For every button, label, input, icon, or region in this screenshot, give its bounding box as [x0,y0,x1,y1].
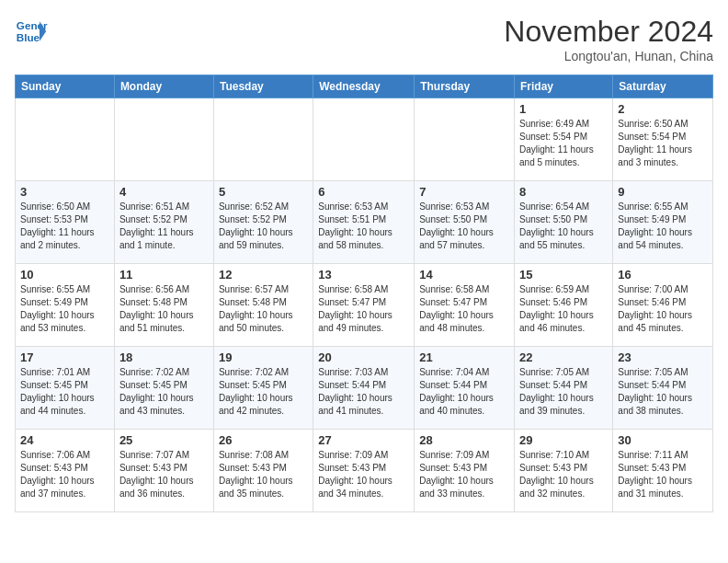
day-info: Sunrise: 7:05 AMSunset: 5:44 PMDaylight:… [519,366,608,418]
day-info: Sunrise: 6:54 AMSunset: 5:50 PMDaylight:… [519,201,608,252]
day-number: 17 [20,350,109,364]
week-row-2: 3 Sunrise: 6:50 AMSunset: 5:53 PMDayligh… [16,181,713,264]
day-info: Sunrise: 7:08 AMSunset: 5:43 PMDaylight:… [219,449,308,500]
day-number: 20 [318,350,409,364]
calendar-cell: 24 Sunrise: 7:06 AMSunset: 5:43 PMDaylig… [16,430,115,512]
day-number: 5 [219,185,308,199]
day-number: 30 [618,433,708,447]
day-number: 2 [618,102,708,116]
day-info: Sunrise: 7:04 AMSunset: 5:44 PMDaylight:… [419,366,509,418]
calendar-cell [114,98,213,181]
day-number: 1 [519,102,608,116]
calendar-cell: 15 Sunrise: 6:59 AMSunset: 5:46 PMDaylig… [515,264,613,347]
day-info: Sunrise: 6:55 AMSunset: 5:49 PMDaylight:… [618,201,708,252]
day-number: 15 [519,268,608,282]
calendar-cell: 16 Sunrise: 7:00 AMSunset: 5:46 PMDaylig… [613,264,713,347]
calendar-cell: 1 Sunrise: 6:49 AMSunset: 5:54 PMDayligh… [515,98,613,181]
day-info: Sunrise: 6:53 AMSunset: 5:50 PMDaylight:… [419,201,509,252]
calendar-cell: 13 Sunrise: 6:58 AMSunset: 5:47 PMDaylig… [313,264,415,347]
calendar-cell [16,98,115,181]
calendar-cell: 6 Sunrise: 6:53 AMSunset: 5:51 PMDayligh… [313,181,415,264]
day-info: Sunrise: 7:09 AMSunset: 5:43 PMDaylight:… [419,449,509,500]
day-number: 23 [618,350,708,364]
day-number: 29 [519,433,608,447]
day-number: 6 [318,185,409,199]
month-title: November 2024 [504,15,713,49]
calendar-cell: 17 Sunrise: 7:01 AMSunset: 5:45 PMDaylig… [16,347,115,430]
day-number: 9 [618,185,708,199]
weekday-header-thursday: Thursday [415,75,515,98]
logo: General Blue [15,15,48,48]
calendar-cell: 20 Sunrise: 7:03 AMSunset: 5:44 PMDaylig… [313,347,415,430]
calendar-cell: 27 Sunrise: 7:09 AMSunset: 5:43 PMDaylig… [313,430,415,512]
svg-text:Blue: Blue [17,31,40,43]
day-info: Sunrise: 6:52 AMSunset: 5:52 PMDaylight:… [219,201,308,252]
logo-icon: General Blue [15,15,48,48]
calendar-cell: 19 Sunrise: 7:02 AMSunset: 5:45 PMDaylig… [213,347,313,430]
day-info: Sunrise: 6:55 AMSunset: 5:49 PMDaylight:… [20,283,109,335]
day-info: Sunrise: 7:06 AMSunset: 5:43 PMDaylight:… [20,449,109,500]
day-number: 11 [119,268,209,282]
calendar-cell: 22 Sunrise: 7:05 AMSunset: 5:44 PMDaylig… [515,347,613,430]
day-info: Sunrise: 7:07 AMSunset: 5:43 PMDaylight:… [119,449,209,500]
weekday-header-saturday: Saturday [613,75,713,98]
weekday-header-tuesday: Tuesday [213,75,313,98]
calendar-table: SundayMondayTuesdayWednesdayThursdayFrid… [15,75,713,512]
week-row-4: 17 Sunrise: 7:01 AMSunset: 5:45 PMDaylig… [16,347,713,430]
day-number: 8 [519,185,608,199]
day-info: Sunrise: 6:58 AMSunset: 5:47 PMDaylight:… [419,283,509,335]
day-number: 21 [419,350,509,364]
day-info: Sunrise: 6:53 AMSunset: 5:51 PMDaylight:… [318,201,409,252]
day-info: Sunrise: 7:11 AMSunset: 5:43 PMDaylight:… [618,449,708,500]
calendar-cell: 5 Sunrise: 6:52 AMSunset: 5:52 PMDayligh… [213,181,313,264]
calendar-cell: 26 Sunrise: 7:08 AMSunset: 5:43 PMDaylig… [213,430,313,512]
day-info: Sunrise: 6:51 AMSunset: 5:52 PMDaylight:… [119,201,209,252]
day-number: 26 [219,433,308,447]
day-info: Sunrise: 7:05 AMSunset: 5:44 PMDaylight:… [618,366,708,418]
day-number: 14 [419,268,509,282]
calendar-cell [313,98,415,181]
calendar-cell: 21 Sunrise: 7:04 AMSunset: 5:44 PMDaylig… [415,347,515,430]
calendar-cell: 4 Sunrise: 6:51 AMSunset: 5:52 PMDayligh… [114,181,213,264]
day-info: Sunrise: 6:56 AMSunset: 5:48 PMDaylight:… [119,283,209,335]
calendar-cell: 3 Sunrise: 6:50 AMSunset: 5:53 PMDayligh… [16,181,115,264]
calendar-cell: 14 Sunrise: 6:58 AMSunset: 5:47 PMDaylig… [415,264,515,347]
day-info: Sunrise: 7:10 AMSunset: 5:43 PMDaylight:… [519,449,608,500]
day-info: Sunrise: 7:00 AMSunset: 5:46 PMDaylight:… [618,283,708,335]
weekday-header-friday: Friday [515,75,613,98]
day-info: Sunrise: 7:01 AMSunset: 5:45 PMDaylight:… [20,366,109,418]
calendar-cell: 29 Sunrise: 7:10 AMSunset: 5:43 PMDaylig… [515,430,613,512]
calendar-cell: 25 Sunrise: 7:07 AMSunset: 5:43 PMDaylig… [114,430,213,512]
day-number: 27 [318,433,409,447]
calendar-cell [213,98,313,181]
title-block: November 2024 Longtou'an, Hunan, China [504,15,713,63]
day-info: Sunrise: 7:02 AMSunset: 5:45 PMDaylight:… [119,366,209,418]
day-number: 10 [20,268,109,282]
weekday-header-wednesday: Wednesday [313,75,415,98]
week-row-5: 24 Sunrise: 7:06 AMSunset: 5:43 PMDaylig… [16,430,713,512]
calendar-cell: 23 Sunrise: 7:05 AMSunset: 5:44 PMDaylig… [613,347,713,430]
calendar-cell: 9 Sunrise: 6:55 AMSunset: 5:49 PMDayligh… [613,181,713,264]
day-number: 28 [419,433,509,447]
calendar-cell: 18 Sunrise: 7:02 AMSunset: 5:45 PMDaylig… [114,347,213,430]
day-number: 16 [618,268,708,282]
calendar-cell: 8 Sunrise: 6:54 AMSunset: 5:50 PMDayligh… [515,181,613,264]
weekday-header-monday: Monday [114,75,213,98]
day-number: 13 [318,268,409,282]
calendar-cell [415,98,515,181]
day-number: 22 [519,350,608,364]
day-number: 4 [119,185,209,199]
location: Longtou'an, Hunan, China [504,49,713,63]
week-row-1: 1 Sunrise: 6:49 AMSunset: 5:54 PMDayligh… [16,98,713,181]
day-info: Sunrise: 7:02 AMSunset: 5:45 PMDaylight:… [219,366,308,418]
weekday-header-sunday: Sunday [16,75,115,98]
day-info: Sunrise: 6:49 AMSunset: 5:54 PMDaylight:… [519,118,608,169]
day-number: 19 [219,350,308,364]
day-number: 18 [119,350,209,364]
day-info: Sunrise: 6:59 AMSunset: 5:46 PMDaylight:… [519,283,608,335]
day-number: 24 [20,433,109,447]
day-info: Sunrise: 6:58 AMSunset: 5:47 PMDaylight:… [318,283,409,335]
day-info: Sunrise: 6:50 AMSunset: 5:54 PMDaylight:… [618,118,708,169]
day-info: Sunrise: 7:03 AMSunset: 5:44 PMDaylight:… [318,366,409,418]
calendar-cell: 10 Sunrise: 6:55 AMSunset: 5:49 PMDaylig… [16,264,115,347]
